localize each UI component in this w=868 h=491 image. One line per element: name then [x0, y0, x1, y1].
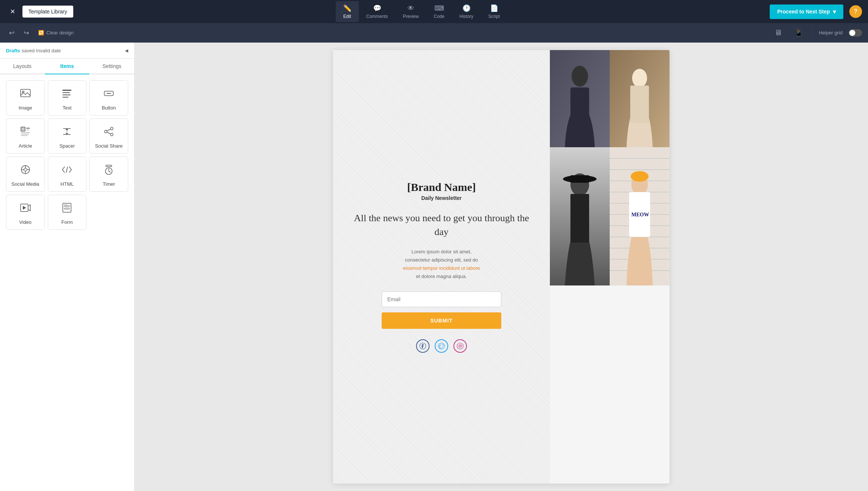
tab-edit[interactable]: ✏️ Edit	[336, 1, 359, 22]
facebook-icon[interactable]	[416, 339, 430, 353]
template-library-button[interactable]: Template Library	[22, 6, 73, 18]
svg-text:MEOW: MEOW	[631, 212, 649, 217]
svg-marker-34	[23, 206, 26, 210]
email-input-wrap	[382, 291, 501, 307]
svg-rect-7	[107, 93, 111, 94]
svg-rect-50	[630, 86, 649, 123]
svg-rect-38	[64, 204, 67, 205]
photo-cell-1	[550, 50, 610, 147]
email-right-section: MEOW	[550, 50, 670, 484]
item-image-label: Image	[19, 105, 32, 111]
item-form[interactable]: Form	[48, 195, 87, 230]
svg-rect-37	[64, 208, 70, 209]
svg-point-70	[631, 171, 649, 182]
tab-history-label: History	[459, 14, 473, 19]
item-timer-label: Timer	[103, 181, 115, 187]
email-left-section: [Brand Name] Daily Newsletter All the ne…	[333, 50, 550, 484]
canvas-content: [Brand Name] Daily Newsletter All the ne…	[333, 50, 670, 484]
saved-label: saved Invalid date	[22, 48, 61, 53]
item-social-media[interactable]: Social Media	[6, 157, 45, 192]
sidebar-drafts-status: Drafts saved Invalid date	[6, 47, 61, 54]
svg-rect-54	[570, 175, 589, 183]
sidebar-tab-layouts[interactable]: Layouts	[0, 59, 45, 74]
tab-code-label: Code	[434, 14, 444, 19]
clear-design-label: Clear design	[46, 30, 74, 35]
tab-comments[interactable]: 💬 Comments	[359, 1, 395, 22]
sidebar: Drafts saved Invalid date ◂ Layouts Item…	[0, 43, 135, 491]
top-bar: × Template Library ✏️ Edit 💬 Comments 👁 …	[0, 0, 868, 23]
script-icon: 📄	[490, 4, 498, 12]
svg-rect-55	[570, 194, 589, 243]
article-icon	[19, 126, 31, 140]
helper-grid-toggle[interactable]	[849, 29, 862, 37]
clear-design-icon: 🔁	[38, 30, 44, 35]
submit-button[interactable]: SUBMIT	[382, 312, 501, 329]
tab-history[interactable]: 🕐 History	[452, 1, 481, 22]
item-html-label: HTML	[61, 181, 74, 187]
item-html[interactable]: HTML	[48, 157, 87, 192]
svg-point-19	[111, 133, 113, 136]
svg-rect-36	[64, 206, 70, 207]
item-text[interactable]: Text	[48, 80, 87, 115]
brand-name: [Brand Name]	[407, 181, 476, 194]
svg-rect-12	[21, 134, 29, 135]
email-template: [Brand Name] Daily Newsletter All the ne…	[333, 50, 670, 484]
svg-point-43	[459, 345, 461, 347]
canvas-area: [Brand Name] Daily Newsletter All the ne…	[135, 43, 868, 491]
tab-script-label: Script	[488, 14, 500, 19]
svg-rect-2	[62, 90, 71, 91]
timer-icon	[103, 164, 115, 178]
tab-preview-label: Preview	[403, 14, 419, 19]
helper-grid-label: Helper grid	[819, 30, 843, 35]
svg-rect-8	[21, 127, 25, 131]
svg-rect-47	[570, 87, 589, 121]
image-icon	[19, 87, 31, 102]
clear-design-button[interactable]: 🔁 Clear design	[35, 28, 77, 38]
photo-cell-3	[550, 147, 610, 285]
html-icon	[61, 164, 73, 178]
svg-line-28	[66, 167, 68, 173]
item-timer[interactable]: Timer	[89, 157, 128, 192]
tab-preview[interactable]: 👁 Preview	[395, 1, 427, 22]
item-button[interactable]: Button	[89, 80, 128, 115]
item-article[interactable]: Article	[6, 118, 45, 154]
tab-comments-label: Comments	[366, 14, 388, 19]
video-icon	[19, 202, 31, 216]
item-image[interactable]: Image	[6, 80, 45, 115]
undo-button[interactable]: ↩	[6, 27, 18, 39]
svg-line-20	[107, 129, 111, 131]
item-spacer[interactable]: Spacer	[48, 118, 87, 154]
redo-button[interactable]: ↪	[21, 27, 32, 39]
svg-point-44	[461, 345, 461, 345]
item-social-share[interactable]: Social Share	[89, 118, 128, 154]
twitter-icon[interactable]	[435, 339, 448, 353]
tab-code[interactable]: ⌨ Code	[426, 1, 452, 22]
svg-rect-5	[62, 97, 68, 98]
svg-rect-4	[62, 95, 71, 95]
desktop-view-button[interactable]: 🖥	[772, 27, 785, 38]
main-layout: Drafts saved Invalid date ◂ Layouts Item…	[0, 43, 868, 491]
items-grid: Image Text	[0, 74, 134, 236]
drafts-label: Drafts	[6, 48, 20, 53]
close-button[interactable]: ×	[6, 5, 19, 18]
svg-point-18	[105, 130, 107, 133]
mobile-view-button[interactable]: 📱	[791, 27, 806, 39]
item-video[interactable]: Video	[6, 195, 45, 230]
body-text: Lorem ipsum dolor sit amet, consectetur …	[403, 248, 480, 281]
svg-point-46	[572, 66, 588, 87]
instagram-icon[interactable]	[453, 339, 467, 353]
sidebar-collapse-button[interactable]: ◂	[125, 46, 128, 55]
sidebar-tab-settings[interactable]: Settings	[89, 59, 134, 74]
svg-rect-0	[21, 89, 30, 97]
svg-line-32	[109, 171, 111, 172]
item-spacer-label: Spacer	[59, 143, 75, 149]
tab-script[interactable]: 📄 Script	[481, 1, 507, 22]
sidebar-tab-items[interactable]: Items	[45, 59, 90, 74]
help-button[interactable]: ?	[849, 5, 862, 18]
newsletter-title: Daily Newsletter	[421, 195, 462, 201]
email-input[interactable]	[382, 291, 501, 307]
button-icon	[103, 87, 115, 102]
comments-icon: 💬	[373, 4, 381, 12]
proceed-button[interactable]: Proceed to Next Step ▾	[770, 4, 843, 19]
proceed-label: Proceed to Next Step	[777, 9, 830, 15]
